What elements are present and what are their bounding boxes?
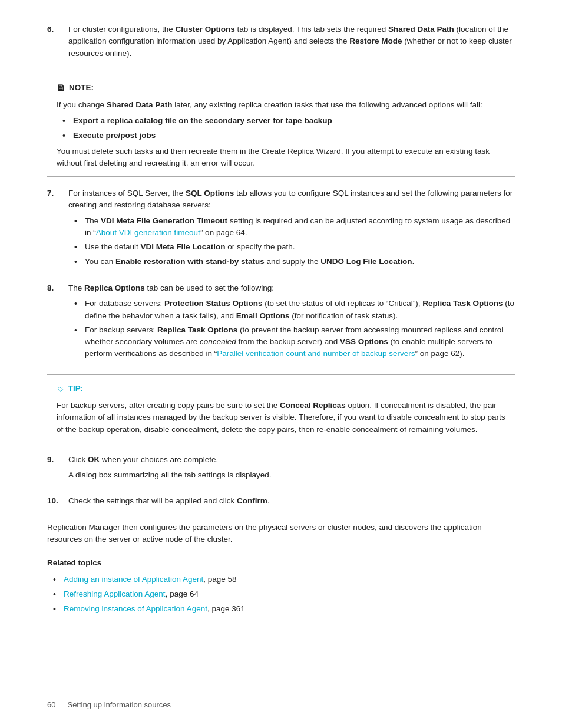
step-9-sub: A dialog box summarizing all the tab set… <box>68 469 515 481</box>
step-10-number: 10. <box>47 495 61 510</box>
note-title: 🗎 NOTE: <box>57 81 505 95</box>
step-7-bullet-3-text: You can Enable restoration with stand-by… <box>85 256 414 268</box>
step-7-bullet-1: The VDI Meta File Generation Timeout set… <box>74 215 515 239</box>
tip-title: ☼ TIP: <box>57 382 505 396</box>
step-8-number: 8. <box>47 282 61 364</box>
note-text-1: If you change Shared Data Path later, an… <box>57 99 505 111</box>
step-7-text: For instances of SQL Server, the SQL Opt… <box>68 187 515 212</box>
step-8-bullets: For database servers: Protection Status … <box>68 298 515 360</box>
step-9-number: 9. <box>47 454 61 485</box>
step-7-bullet-3: You can Enable restoration with stand-by… <box>74 256 515 268</box>
step-6-number: 6. <box>47 24 61 63</box>
step-9-content: Click OK when your choices are complete.… <box>68 454 515 485</box>
step-7-bullet-1-text: The VDI Meta File Generation Timeout set… <box>85 215 515 239</box>
step-6-text: For cluster configurations, the Cluster … <box>68 24 515 60</box>
footer-page-number: 60 <box>47 699 55 711</box>
related-item-2: Refreshing Application Agent, page 64 <box>53 588 515 601</box>
related-topics-list: Adding an instance of Application Agent,… <box>47 574 515 615</box>
note-icon: 🗎 <box>57 81 65 95</box>
step-9-text: Click OK when your choices are complete. <box>68 454 515 466</box>
tip-text: For backup servers, after creating copy … <box>57 400 505 436</box>
refreshing-agent-link[interactable]: Refreshing Application Agent <box>64 589 166 598</box>
related-topics-title: Related topics <box>47 557 515 569</box>
step-7-number: 7. <box>47 187 61 272</box>
step-9: 9. Click OK when your choices are comple… <box>47 454 515 485</box>
note-bullet-1-text: Export a replica catalog file on the sec… <box>73 115 332 127</box>
step-8-bullet-2: For backup servers: Replica Task Options… <box>74 324 515 360</box>
related-item-1: Adding an instance of Application Agent,… <box>53 574 515 586</box>
related-item-3: Removing instances of Application Agent,… <box>53 603 515 615</box>
step-7-bullets: The VDI Meta File Generation Timeout set… <box>68 215 515 269</box>
step-8-bullet-2-text: For backup servers: Replica Task Options… <box>85 324 515 360</box>
step-10-text: Check the settings that will be applied … <box>68 495 515 507</box>
replication-paragraph: Replication Manager then configures the … <box>47 522 515 546</box>
step-6: 6. For cluster configurations, the Clust… <box>47 24 515 63</box>
step-7-bullet-2: Use the default VDI Meta File Location o… <box>74 241 515 253</box>
tip-label: TIP: <box>68 383 84 394</box>
step-8-content: The Replica Options tab can be used to s… <box>68 282 515 364</box>
step-10-content: Check the settings that will be applied … <box>68 495 515 510</box>
parallel-verification-link[interactable]: Parallel verification count and number o… <box>217 349 415 358</box>
note-bullet-list: Export a replica catalog file on the sec… <box>57 115 505 142</box>
step-8: 8. The Replica Options tab can be used t… <box>47 282 515 364</box>
note-box: 🗎 NOTE: If you change Shared Data Path l… <box>47 74 515 177</box>
adding-instance-link[interactable]: Adding an instance of Application Agent <box>64 575 203 584</box>
step-8-bullet-1: For database servers: Protection Status … <box>74 298 515 322</box>
related-topics: Related topics Adding an instance of App… <box>47 557 515 615</box>
tip-box: ☼ TIP: For backup servers, after creatin… <box>47 374 515 443</box>
footer-section: Setting up information sources <box>67 699 171 711</box>
step-10: 10. Check the settings that will be appl… <box>47 495 515 510</box>
note-bullet-2: Execute pre/post jobs <box>62 130 505 142</box>
note-bullet-1: Export a replica catalog file on the sec… <box>62 115 505 127</box>
tip-icon: ☼ <box>57 382 65 396</box>
step-6-content: For cluster configurations, the Cluster … <box>68 24 515 63</box>
step-7-bullet-2-text: Use the default VDI Meta File Location o… <box>85 241 295 253</box>
step-7-content: For instances of SQL Server, the SQL Opt… <box>68 187 515 272</box>
vdi-timeout-link[interactable]: About VDI generation timeout <box>96 228 200 237</box>
page: 6. For cluster configurations, the Clust… <box>0 0 562 728</box>
note-label: NOTE: <box>69 82 94 94</box>
related-item-2-content: Refreshing Application Agent, page 64 <box>64 588 199 601</box>
step-8-bullet-1-text: For database servers: Protection Status … <box>85 298 515 322</box>
page-footer: 60 Setting up information sources <box>47 699 515 711</box>
related-item-1-content: Adding an instance of Application Agent,… <box>64 574 237 586</box>
note-bullet-2-text: Execute pre/post jobs <box>73 130 156 142</box>
step-7: 7. For instances of SQL Server, the SQL … <box>47 187 515 272</box>
step-8-text: The Replica Options tab can be used to s… <box>68 282 515 294</box>
removing-instances-link[interactable]: Removing instances of Application Agent <box>64 604 207 613</box>
related-item-3-content: Removing instances of Application Agent,… <box>64 603 245 615</box>
note-text-2: You must delete such tasks and then recr… <box>57 146 505 170</box>
